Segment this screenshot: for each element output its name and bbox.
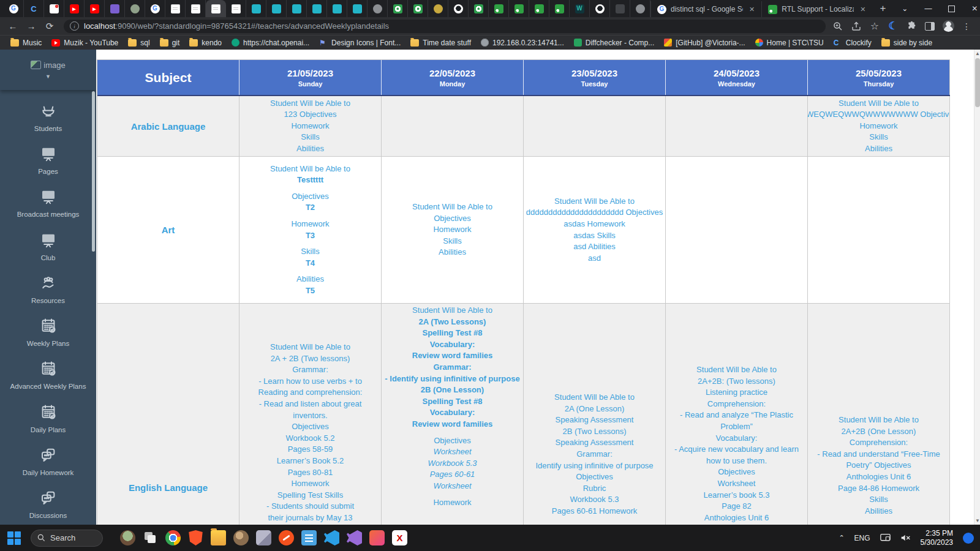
- plan-cell[interactable]: Student Will be Able to2A (Two Lessons)S…: [382, 304, 524, 525]
- back-button[interactable]: ←: [5, 18, 21, 34]
- volume-muted-icon[interactable]: [900, 533, 911, 542]
- minimize-button[interactable]: —: [916, 0, 940, 17]
- tab-close-icon[interactable]: ✕: [858, 5, 867, 14]
- pinned-tab[interactable]: [186, 0, 206, 17]
- sidebar-item-club[interactable]: Club: [0, 225, 96, 268]
- pinned-tab[interactable]: [287, 0, 307, 17]
- vs-taskbar-icon[interactable]: [347, 530, 362, 545]
- bookmark-item[interactable]: kendo: [185, 37, 226, 48]
- share-icon[interactable]: [850, 20, 862, 32]
- pinned-tab[interactable]: G: [4, 0, 24, 17]
- pinned-tab[interactable]: [428, 0, 448, 17]
- plan-cell[interactable]: [666, 157, 808, 304]
- plan-cell[interactable]: [808, 157, 950, 304]
- sidebar-item-broadcast-meetings[interactable]: Broadcast meetings: [0, 182, 96, 225]
- plan-cell[interactable]: Student Will be Able toddddddddddddddddd…: [524, 157, 666, 304]
- taskbar-search[interactable]: Search: [31, 530, 103, 547]
- sidebar-item-daily-plans[interactable]: Daily Plans: [0, 397, 96, 440]
- scrollbar-thumb[interactable]: [975, 58, 980, 107]
- reload-button[interactable]: ⟳: [42, 18, 58, 34]
- pinned-tab[interactable]: ▶: [64, 0, 85, 17]
- explorer-taskbar-icon[interactable]: [211, 530, 226, 545]
- extensions-puzzle-icon[interactable]: [905, 20, 918, 32]
- app3-taskbar-icon[interactable]: [279, 530, 294, 545]
- notification-badge[interactable]: [963, 533, 974, 544]
- sidebar-item-discussions[interactable]: Discussions: [0, 483, 96, 525]
- pinned-tab[interactable]: [408, 0, 428, 17]
- pinned-tab[interactable]: [307, 0, 327, 17]
- pinned-tab[interactable]: W: [570, 0, 590, 17]
- avatar-taskbar-icon[interactable]: [120, 530, 135, 545]
- page-scrollbar[interactable]: ▲ ▼: [974, 50, 980, 525]
- menu-kebab-icon[interactable]: ⋮: [960, 20, 973, 32]
- address-bar[interactable]: i localhost:9090/web/?standardlogin=9876…: [64, 20, 826, 33]
- plan-cell[interactable]: [382, 96, 524, 157]
- language-indicator[interactable]: ENG: [854, 534, 870, 542]
- pinned-tab[interactable]: G: [145, 0, 165, 17]
- start-button[interactable]: [6, 530, 22, 546]
- pinned-tab[interactable]: [529, 0, 549, 17]
- scroll-down-arrow[interactable]: ▼: [974, 517, 980, 525]
- rider-taskbar-icon[interactable]: [369, 530, 385, 545]
- pinned-tab[interactable]: [347, 0, 368, 17]
- bookmark-item[interactable]: Music: [6, 37, 46, 48]
- app1-taskbar-icon[interactable]: [233, 530, 249, 545]
- cast-icon[interactable]: [880, 533, 891, 542]
- bookmark-item[interactable]: https://chat.openai...: [227, 37, 314, 48]
- browser-tab[interactable]: RTL Support - Localizatio✕: [761, 1, 872, 17]
- pinned-tab[interactable]: [125, 0, 145, 17]
- sidebar-item-pages[interactable]: Pages: [0, 139, 96, 182]
- pinned-tab[interactable]: [590, 0, 610, 17]
- pinned-tab[interactable]: [448, 0, 469, 17]
- pinned-tab[interactable]: [226, 0, 246, 17]
- pinned-tab[interactable]: [44, 0, 64, 17]
- bookmark-item[interactable]: git: [156, 37, 184, 48]
- scroll-up-arrow[interactable]: ▲: [974, 50, 980, 58]
- notepad-taskbar-icon[interactable]: [301, 530, 317, 545]
- app2-taskbar-icon[interactable]: [256, 530, 271, 545]
- pinned-tab[interactable]: [327, 0, 347, 17]
- pinned-tab[interactable]: [469, 0, 489, 17]
- bookmark-star-icon[interactable]: ☆: [869, 20, 881, 32]
- plan-cell[interactable]: Student Will be Able to123 ObjectivesHom…: [239, 96, 382, 157]
- plan-cell[interactable]: Student Will be Able to2A+2B: (Two lesso…: [666, 304, 808, 525]
- bookmark-item[interactable]: 192.168.0.23:14741...: [477, 37, 568, 48]
- bookmark-item[interactable]: side by side: [877, 37, 937, 48]
- pinned-tab[interactable]: [630, 0, 650, 17]
- tray-chevron-icon[interactable]: ⌃: [839, 534, 844, 542]
- plan-cell[interactable]: [524, 96, 666, 157]
- bookmark-item[interactable]: Muzik - YouTube: [47, 37, 123, 48]
- close-button[interactable]: ✕: [963, 0, 980, 17]
- pinned-tab[interactable]: [368, 0, 388, 17]
- sidebar-item-students[interactable]: Students: [0, 96, 96, 139]
- plan-cell[interactable]: Student Will be Able toObjectivesHomewor…: [382, 157, 524, 304]
- pinned-tab[interactable]: [489, 0, 509, 17]
- side-panel-icon[interactable]: [924, 20, 936, 32]
- sidebar-scrollbar[interactable]: [92, 91, 95, 252]
- crescent-extension-icon[interactable]: ☾: [887, 20, 899, 32]
- forward-button[interactable]: →: [23, 18, 39, 34]
- plan-cell[interactable]: Student Will be Able toTestttttObjective…: [239, 157, 382, 304]
- bookmark-item[interactable]: Time date stuff: [406, 37, 475, 48]
- pinned-tab[interactable]: [165, 0, 186, 17]
- pinned-tab[interactable]: [246, 0, 266, 17]
- sidebar-item-weekly-plans[interactable]: Weekly Plans: [0, 311, 96, 354]
- taskview-taskbar-icon[interactable]: [143, 530, 158, 545]
- plan-cell[interactable]: Student Will be Able to2A+2B (One Lesson…: [808, 304, 950, 525]
- pinned-tab-active[interactable]: [206, 0, 226, 17]
- bookmark-item[interactable]: [GitHub] @Victoria-...: [660, 37, 749, 48]
- brave-taskbar-icon[interactable]: [188, 530, 203, 545]
- pinned-tab[interactable]: [549, 0, 570, 17]
- plan-cell[interactable]: Student Will be Able to2A (One Lesson)Sp…: [524, 304, 666, 525]
- profile-avatar[interactable]: [942, 20, 954, 32]
- pinned-tab[interactable]: [105, 0, 125, 17]
- plan-cell[interactable]: Student Will be Able to2A + 2B (Two less…: [239, 304, 382, 525]
- pinned-tab[interactable]: [610, 0, 630, 17]
- bookmark-item[interactable]: Home | STC\TSU: [751, 37, 828, 48]
- tab-search-chevron-icon[interactable]: ⌄: [893, 0, 916, 17]
- new-tab-button[interactable]: +: [872, 2, 893, 15]
- tab-close-icon[interactable]: ✕: [747, 5, 756, 14]
- chrome-taskbar-icon[interactable]: [165, 530, 181, 545]
- zoom-icon[interactable]: [832, 20, 844, 32]
- vscode-taskbar-icon[interactable]: [324, 530, 339, 545]
